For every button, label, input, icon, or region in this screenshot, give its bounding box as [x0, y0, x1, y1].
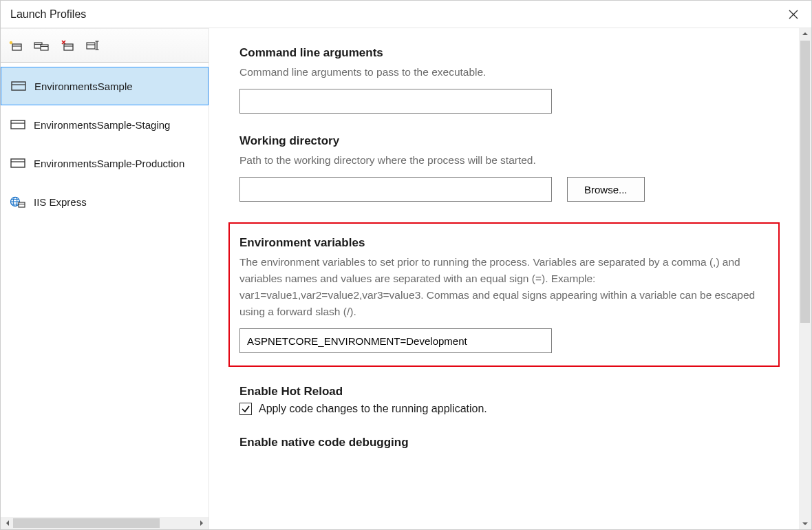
profile-label: EnvironmentsSample-Production [34, 158, 184, 169]
svg-rect-7 [64, 44, 73, 50]
scroll-left-button[interactable] [2, 518, 13, 528]
settings-content: Command line arguments Command line argu… [209, 28, 799, 529]
delete-profile-icon [61, 40, 74, 51]
profile-label: IIS Express [34, 196, 87, 208]
window-title: Launch Profiles [10, 8, 86, 21]
rename-profile-icon [86, 40, 101, 51]
svg-rect-18 [11, 159, 25, 167]
rename-profile-button[interactable] [86, 38, 101, 53]
project-icon [10, 158, 25, 169]
delete-profile-button[interactable] [60, 38, 75, 53]
scroll-thumb[interactable] [800, 41, 810, 323]
new-profile-icon [8, 40, 22, 51]
new-profile-button[interactable] [8, 38, 23, 53]
scroll-down-button[interactable] [799, 518, 811, 529]
working-directory-title: Working directory [239, 134, 769, 148]
scroll-thumb[interactable] [13, 518, 160, 528]
profile-item-environments-sample[interactable]: EnvironmentsSample [1, 67, 209, 105]
environment-variables-description: The environment variables to set prior t… [239, 254, 769, 320]
working-directory-description: Path to the working directory where the … [239, 152, 769, 169]
checkmark-icon [241, 404, 250, 414]
hot-reload-checkbox[interactable] [239, 403, 252, 415]
cmdline-args-section: Command line arguments Command line argu… [239, 46, 769, 114]
dialog-body: EnvironmentsSample EnvironmentsSample-St… [1, 28, 811, 529]
chevron-right-icon [199, 520, 204, 526]
close-icon [789, 10, 798, 19]
environment-variables-input[interactable] [239, 328, 552, 353]
working-directory-section: Working directory Path to the working di… [239, 134, 769, 202]
duplicate-profile-icon [34, 40, 49, 51]
svg-rect-25 [19, 202, 25, 207]
cmdline-args-input[interactable] [239, 89, 552, 114]
scroll-track[interactable] [13, 518, 196, 528]
working-directory-input[interactable] [239, 177, 552, 202]
chevron-down-icon [802, 521, 808, 527]
profile-item-iis-express[interactable]: IIS Express [1, 182, 209, 221]
svg-rect-9 [87, 43, 95, 49]
iis-express-icon [10, 195, 25, 208]
project-icon [10, 119, 25, 130]
hot-reload-title: Enable Hot Reload [239, 385, 769, 399]
titlebar: Launch Profiles [1, 1, 811, 28]
hot-reload-checkbox-label: Apply code changes to the running applic… [259, 403, 487, 415]
scroll-right-button[interactable] [196, 518, 207, 528]
project-icon [11, 81, 26, 92]
native-debugging-title: Enable native code debugging [239, 436, 769, 449]
duplicate-profile-button[interactable] [34, 38, 49, 53]
environment-variables-highlight: Environment variables The environment va… [228, 222, 780, 367]
svg-rect-5 [41, 45, 48, 50]
native-debugging-section: Enable native code debugging [239, 436, 769, 449]
cmdline-args-description: Command line arguments to pass to the ex… [239, 64, 769, 81]
content-pane: Command line arguments Command line argu… [209, 28, 811, 529]
content-vertical-scrollbar[interactable] [799, 28, 811, 529]
scroll-up-button[interactable] [799, 28, 811, 39]
cmdline-args-title: Command line arguments [239, 46, 769, 60]
chevron-left-icon [5, 520, 10, 526]
profile-label: EnvironmentsSample [34, 81, 133, 92]
sidebar-toolbar [1, 28, 209, 63]
chevron-up-icon [802, 31, 808, 36]
browse-button[interactable]: Browse... [567, 177, 645, 202]
sidebar-horizontal-scrollbar[interactable] [1, 517, 209, 529]
close-button[interactable] [784, 5, 803, 24]
environment-variables-title: Environment variables [239, 236, 769, 250]
profile-label: EnvironmentsSample-Staging [34, 119, 170, 131]
hot-reload-section: Enable Hot Reload Apply code changes to … [239, 385, 769, 415]
sidebar: EnvironmentsSample EnvironmentsSample-St… [1, 28, 209, 529]
profile-list: EnvironmentsSample EnvironmentsSample-St… [1, 63, 209, 517]
svg-rect-1 [12, 44, 21, 50]
profile-item-environments-sample-production[interactable]: EnvironmentsSample-Production [1, 144, 209, 182]
svg-rect-14 [12, 82, 25, 90]
svg-rect-16 [11, 120, 25, 129]
profile-item-environments-sample-staging[interactable]: EnvironmentsSample-Staging [1, 105, 209, 144]
